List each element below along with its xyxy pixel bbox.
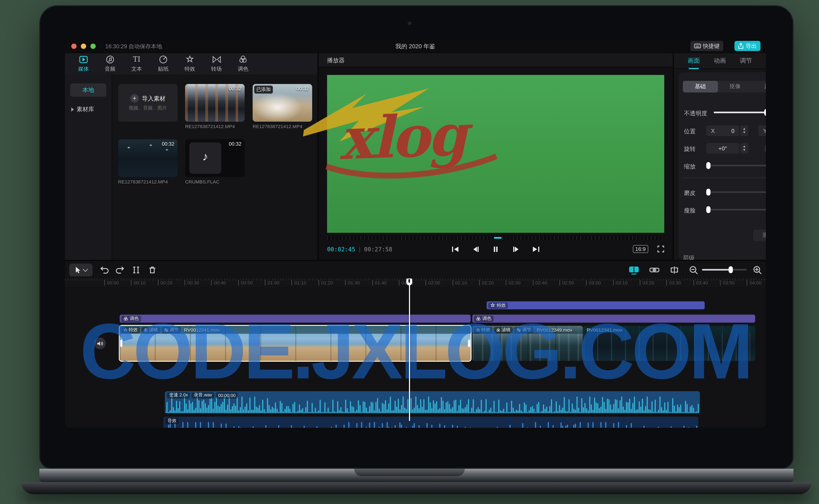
waveform-bar: [214, 402, 215, 413]
waveform-bar: [178, 408, 179, 413]
waveform-bar: [655, 400, 656, 413]
waveform-bar: [683, 412, 684, 413]
waveform-bar: [268, 405, 269, 413]
pause-button[interactable]: [491, 245, 501, 254]
voice-waveform: [165, 395, 700, 413]
rotation-stepper[interactable]: [740, 143, 748, 154]
timeline-ruler[interactable]: 00:0000:1000:2000:3000:4000:5001:0001:10…: [65, 279, 766, 287]
sfx-audio-clip[interactable]: 音效: [163, 417, 698, 428]
waveform-bar: [671, 412, 672, 413]
waveform-bar: [674, 406, 675, 413]
reset-button[interactable]: 重置: [753, 230, 766, 241]
subtab-mask[interactable]: 蒙版: [753, 81, 766, 93]
playhead-handle[interactable]: [406, 279, 412, 285]
waveform-bar: [626, 402, 627, 413]
subtab-chroma-key[interactable]: 抠像: [718, 81, 753, 93]
link-snap-icon[interactable]: [649, 265, 660, 275]
shortcuts-button[interactable]: 快捷键: [690, 41, 723, 51]
waveform-bar: [240, 427, 241, 428]
playhead-line[interactable]: [409, 279, 410, 421]
position-x-stepper[interactable]: [740, 125, 748, 136]
waveform-bar: [601, 407, 602, 413]
tab-media[interactable]: 媒体: [70, 53, 97, 74]
waveform-bar: [386, 409, 387, 413]
sidebar-item-local[interactable]: 本地: [70, 83, 106, 97]
waveform-bar: [310, 412, 311, 413]
tab-effects-label: 特效: [185, 65, 195, 73]
waveform-bar: [221, 423, 222, 428]
delete-button[interactable]: [147, 265, 157, 275]
waveform-bar: [379, 427, 380, 428]
waveform-bar: [219, 407, 220, 413]
zoom-out-icon[interactable]: [688, 265, 699, 275]
media-item-audio[interactable]: 00:32: [185, 139, 245, 177]
waveform-bar: [438, 409, 439, 413]
waveform-bar: [356, 423, 357, 428]
laptop-camera: [407, 21, 412, 25]
select-tool-button[interactable]: [69, 264, 93, 276]
tab-animation[interactable]: 动画: [714, 57, 726, 65]
tab-sticker[interactable]: 贴纸: [150, 53, 176, 74]
inspector-card: 基础 抠像 蒙版 背景 不透明度 100% 位置: [679, 72, 766, 259]
rotation-value[interactable]: +0°: [706, 143, 739, 154]
rotation-knob[interactable]: [765, 143, 766, 155]
position-y-field[interactable]: Y 0: [758, 125, 766, 136]
waveform-bar: [449, 404, 450, 413]
aspect-ratio-button[interactable]: 16:9: [633, 245, 648, 253]
redo-button[interactable]: [115, 265, 125, 275]
tab-text[interactable]: TI 文本: [123, 53, 150, 74]
waveform-bar: [260, 410, 261, 413]
waveform-bar: [519, 404, 520, 413]
ruler-label: 01:20: [318, 280, 333, 285]
undo-button[interactable]: [99, 265, 110, 275]
tab-transitions-label: 转场: [211, 65, 222, 73]
previous-frame-button[interactable]: [471, 245, 480, 254]
waveform-bar: [634, 396, 635, 413]
skip-to-end-button[interactable]: [531, 245, 541, 254]
preview-axis-toggle[interactable]: [629, 265, 639, 275]
timeline-zoom-slider[interactable]: [702, 269, 747, 271]
next-frame-button[interactable]: [511, 245, 521, 254]
waveform-bar: [540, 426, 541, 428]
smooth-skin-slider[interactable]: [706, 191, 766, 193]
waveform-bar: [554, 411, 555, 413]
position-x-field[interactable]: X 0: [706, 125, 739, 136]
linked-split-icon[interactable]: [669, 265, 680, 275]
ruler-label: 02:00: [426, 280, 440, 285]
opacity-slider[interactable]: [714, 112, 766, 113]
waveform-bar: [573, 425, 574, 428]
waveform-bar: [592, 410, 593, 413]
media-item-video-1[interactable]: 00:32: [185, 84, 245, 122]
waveform-bar: [623, 407, 624, 413]
tab-adjust[interactable]: 调节: [740, 57, 752, 65]
waveform-bar: [245, 407, 246, 413]
duration-badge: 00:32: [229, 141, 241, 147]
export-button-label: 导出: [746, 42, 757, 50]
tab-picture[interactable]: 画面: [688, 57, 700, 65]
waveform-bar: [270, 409, 271, 413]
tab-audio[interactable]: 音频: [97, 53, 123, 74]
split-clip-button[interactable]: [131, 265, 141, 275]
scrub-marker: [494, 237, 502, 239]
waveform-bar: [407, 399, 408, 413]
tab-transitions[interactable]: 转场: [203, 53, 230, 74]
scale-slider[interactable]: [706, 165, 766, 166]
slim-face-slider[interactable]: [706, 209, 766, 211]
tab-color[interactable]: 调色: [230, 53, 256, 74]
subtab-basic[interactable]: 基础: [683, 81, 718, 93]
inspector-panel: 画面 动画 调节 基础 抠像 蒙版 背景 不透明度 100%: [674, 53, 766, 260]
tab-effects[interactable]: 特效: [176, 53, 203, 74]
tab-media-label: 媒体: [78, 65, 89, 73]
waveform-bar: [508, 412, 509, 413]
export-button[interactable]: 导出: [735, 41, 761, 51]
skip-to-start-button[interactable]: [451, 245, 460, 254]
waveform-bar: [412, 410, 413, 413]
sidebar-item-library[interactable]: 素材库: [71, 105, 94, 113]
import-material-button[interactable]: + 导入素材 视频、音频、图片: [118, 84, 178, 122]
shortcuts-button-label: 快捷键: [703, 42, 720, 50]
fullscreen-icon[interactable]: [657, 246, 664, 252]
waveform-bar: [380, 411, 381, 413]
waveform-bar: [596, 402, 597, 413]
media-item-video-3[interactable]: 00:32: [118, 139, 178, 177]
zoom-in-icon[interactable]: [752, 265, 763, 275]
